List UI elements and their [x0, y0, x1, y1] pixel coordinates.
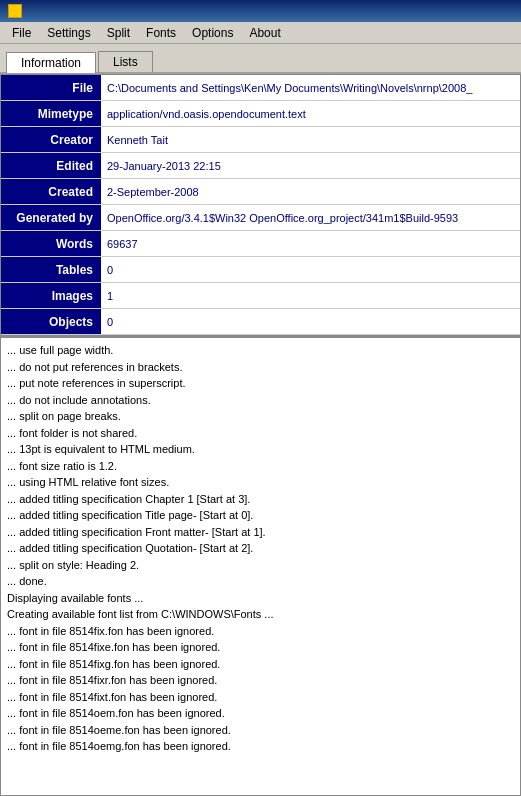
- tab-information[interactable]: Information: [6, 52, 96, 73]
- info-label: Edited: [1, 153, 101, 178]
- info-value: 1: [101, 283, 520, 308]
- log-line: ... split on page breaks.: [7, 408, 514, 425]
- menu-item-options[interactable]: Options: [184, 24, 241, 42]
- log-line: ... 13pt is equivalent to HTML medium.: [7, 441, 514, 458]
- info-row: Tables0: [1, 257, 520, 283]
- log-line: ... do not include annotations.: [7, 392, 514, 409]
- info-value: application/vnd.oasis.opendocument.text: [101, 101, 520, 126]
- log-line: ... font in file 8514oem.fon has been ig…: [7, 705, 514, 722]
- log-line: ... font in file 8514fix.fon has been ig…: [7, 623, 514, 640]
- menubar: FileSettingsSplitFontsOptionsAbout: [0, 22, 521, 44]
- log-line: ... added titling specification Quotatio…: [7, 540, 514, 557]
- info-label: Tables: [1, 257, 101, 282]
- log-line: ... font in file 8514fixr.fon has been i…: [7, 672, 514, 689]
- info-value: C:\Documents and Settings\Ken\My Documen…: [101, 75, 520, 100]
- info-value: OpenOffice.org/3.4.1$Win32 OpenOffice.or…: [101, 205, 520, 230]
- log-line: ... added titling specification Chapter …: [7, 491, 514, 508]
- info-value: 29-January-2013 22:15: [101, 153, 520, 178]
- log-line: ... font size ratio is 1.2.: [7, 458, 514, 475]
- info-label: File: [1, 75, 101, 100]
- log-line: ... using HTML relative font sizes.: [7, 474, 514, 491]
- info-value: 0: [101, 257, 520, 282]
- info-label: Creator: [1, 127, 101, 152]
- info-row: Words69637: [1, 231, 520, 257]
- info-table: FileC:\Documents and Settings\Ken\My Doc…: [0, 74, 521, 336]
- log-line: ... split on style: Heading 2.: [7, 557, 514, 574]
- titlebar: [0, 0, 521, 22]
- info-row: Mimetypeapplication/vnd.oasis.opendocume…: [1, 101, 520, 127]
- log-area[interactable]: ... use full page width.... do not put r…: [0, 336, 521, 796]
- log-line: ... done.: [7, 573, 514, 590]
- info-value: 2-September-2008: [101, 179, 520, 204]
- log-line: ... font in file 8514oeme.fon has been i…: [7, 722, 514, 739]
- info-label: Mimetype: [1, 101, 101, 126]
- log-line: ... do not put references in brackets.: [7, 359, 514, 376]
- info-row: Images1: [1, 283, 520, 309]
- log-line: ... font in file 8514fixe.fon has been i…: [7, 639, 514, 656]
- log-line: ... use full page width.: [7, 342, 514, 359]
- info-value: 69637: [101, 231, 520, 256]
- info-row: Generated byOpenOffice.org/3.4.1$Win32 O…: [1, 205, 520, 231]
- log-line: ... added titling specification Front ma…: [7, 524, 514, 541]
- log-line: ... font in file 8514fixt.fon has been i…: [7, 689, 514, 706]
- main-content: FileC:\Documents and Settings\Ken\My Doc…: [0, 74, 521, 796]
- info-label: Objects: [1, 309, 101, 334]
- info-row: Objects0: [1, 309, 520, 335]
- info-label: Created: [1, 179, 101, 204]
- info-label: Images: [1, 283, 101, 308]
- info-row: FileC:\Documents and Settings\Ken\My Doc…: [1, 75, 520, 101]
- info-value: Kenneth Tait: [101, 127, 520, 152]
- menu-item-split[interactable]: Split: [99, 24, 138, 42]
- info-label: Words: [1, 231, 101, 256]
- log-line: ... font in file 8514oemg.fon has been i…: [7, 738, 514, 755]
- menu-item-about[interactable]: About: [241, 24, 288, 42]
- info-row: Edited29-January-2013 22:15: [1, 153, 520, 179]
- log-line: Creating available font list from C:\WIN…: [7, 606, 514, 623]
- menu-item-settings[interactable]: Settings: [39, 24, 98, 42]
- info-label: Generated by: [1, 205, 101, 230]
- tabbar: InformationLists: [0, 44, 521, 74]
- tab-lists[interactable]: Lists: [98, 51, 153, 72]
- log-line: ... put note references in superscript.: [7, 375, 514, 392]
- info-row: Created2-September-2008: [1, 179, 520, 205]
- log-line: Displaying available fonts ...: [7, 590, 514, 607]
- log-line: ... font folder is not shared.: [7, 425, 514, 442]
- log-line: ... font in file 8514fixg.fon has been i…: [7, 656, 514, 673]
- menu-item-fonts[interactable]: Fonts: [138, 24, 184, 42]
- menu-item-file[interactable]: File: [4, 24, 39, 42]
- info-value: 0: [101, 309, 520, 334]
- app-icon: [8, 4, 22, 18]
- log-line: ... added titling specification Title pa…: [7, 507, 514, 524]
- info-row: CreatorKenneth Tait: [1, 127, 520, 153]
